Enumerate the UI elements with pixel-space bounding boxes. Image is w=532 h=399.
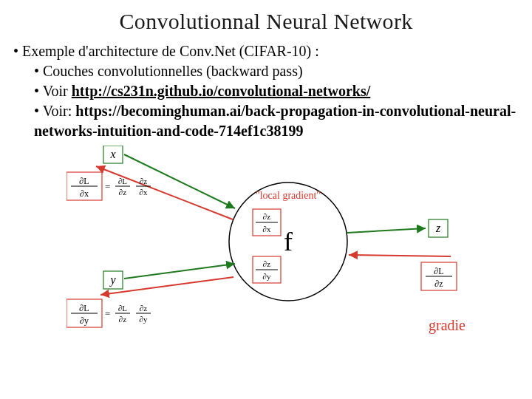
- svg-text:∂z: ∂z: [263, 259, 270, 268]
- svg-text:∂z: ∂z: [434, 279, 443, 289]
- svg-text:∂z: ∂z: [140, 177, 147, 185]
- bullet-2: • Couches convolutionnelles (backward pa…: [34, 61, 519, 81]
- node-f: f: [284, 227, 293, 256]
- bullet-3-prefix: Voir: [43, 83, 72, 99]
- svg-text:∂L: ∂L: [79, 176, 89, 186]
- slide-title: Convolutionnal Neural Network: [13, 9, 519, 34]
- var-z: z: [435, 222, 441, 234]
- svg-text:∂y: ∂y: [140, 315, 148, 324]
- dLdx-expand: =: [105, 181, 110, 192]
- svg-text:∂z: ∂z: [119, 315, 126, 324]
- bullet-4: • Voir: https://becominghuman.ai/back-pr…: [34, 101, 519, 141]
- svg-text:∂z: ∂z: [119, 188, 126, 197]
- svg-text:∂x: ∂x: [80, 188, 89, 199]
- svg-text:∂L: ∂L: [118, 177, 127, 185]
- svg-text:∂z: ∂z: [263, 212, 270, 221]
- backprop-diagram: f "local gradient" x ∂L ∂x = ∂L ∂z: [66, 146, 466, 352]
- svg-text:∂y: ∂y: [263, 272, 271, 281]
- svg-line-37: [347, 228, 426, 233]
- bullet-3: • Voir http://cs231n.github.io/convoluti…: [34, 81, 519, 101]
- bullet-1: • Exemple d'architecture de Conv.Net (CI…: [13, 41, 519, 61]
- bullet-2-text: Couches convolutionnelles (backward pass…: [43, 63, 303, 79]
- svg-text:∂L: ∂L: [118, 304, 127, 313]
- svg-text:∂x: ∂x: [263, 225, 271, 233]
- svg-text:=: =: [105, 308, 110, 319]
- svg-line-16: [100, 277, 233, 295]
- svg-text:∂x: ∂x: [140, 188, 148, 197]
- var-x: x: [109, 148, 115, 160]
- svg-line-15: [124, 264, 235, 279]
- svg-text:∂L: ∂L: [79, 303, 89, 313]
- gradients-label: gradients: [429, 317, 466, 334]
- link-becominghuman[interactable]: https://becominghuman.ai/back-propagatio…: [34, 103, 516, 139]
- link-cs231n[interactable]: http://cs231n.github.io/convolutional-ne…: [72, 83, 371, 99]
- svg-line-38: [349, 255, 451, 256]
- svg-text:∂y: ∂y: [80, 316, 89, 326]
- bullet-4-prefix: Voir:: [43, 103, 76, 119]
- svg-text:∂L: ∂L: [434, 266, 443, 276]
- var-y: y: [109, 273, 116, 287]
- local-gradient-label: "local gradient": [256, 190, 321, 201]
- body-text: • Exemple d'architecture de Conv.Net (CI…: [13, 41, 519, 141]
- bullet-1-text: Exemple d'architecture de Conv.Net (CIFA…: [22, 43, 319, 59]
- svg-text:∂z: ∂z: [140, 304, 147, 313]
